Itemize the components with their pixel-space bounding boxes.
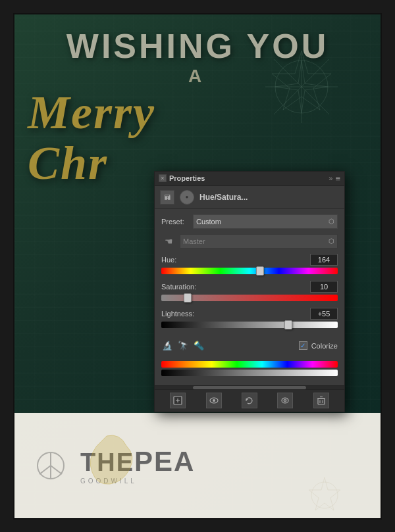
lightness-track[interactable] xyxy=(161,322,338,328)
svg-point-15 xyxy=(213,399,215,402)
merry-text: Merry xyxy=(28,85,155,140)
bottom-section: THE PEA GOODWILL xyxy=(14,413,381,518)
preset-row: Preset: Custom ⬡ xyxy=(161,214,338,229)
panel-title-left: × Properties xyxy=(159,174,205,182)
hand-tool-icon[interactable]: ☚ xyxy=(161,234,176,249)
eyedropper-add-icon[interactable]: 🔭 xyxy=(177,340,189,352)
lightness-value[interactable]: +55 xyxy=(310,308,338,320)
lightness-preview-bar xyxy=(161,370,338,376)
hue-row: Hue: 164 xyxy=(161,254,338,266)
expand-icon[interactable]: » xyxy=(329,174,332,182)
panel-right-icons: » ≡ xyxy=(329,174,340,183)
saturation-thumb[interactable] xyxy=(184,293,192,302)
panel-titlebar: × Properties » ≡ xyxy=(155,172,344,186)
hue-label: Hue: xyxy=(161,256,176,264)
a-text: A xyxy=(14,66,381,87)
lightness-section: Lightness: +55 xyxy=(161,308,338,328)
bottom-pea: PEA xyxy=(134,446,195,477)
colorize-checkbox[interactable]: ✓ xyxy=(299,341,307,350)
colorize-row: ✓ Colorize xyxy=(299,341,338,350)
saturation-row: Saturation: 10 xyxy=(161,281,338,293)
panel-content: Preset: Custom ⬡ ☚ Master ⬡ Hue: xyxy=(155,209,344,385)
preset-value: Custom xyxy=(196,218,221,226)
reset-button[interactable] xyxy=(242,393,257,408)
lightness-thumb[interactable] xyxy=(284,320,292,329)
canvas-area: WISHING YOU A Merry Chr THE PEA GOODWILL xyxy=(13,13,382,520)
saturation-track[interactable] xyxy=(161,295,338,301)
panel-toolbar xyxy=(155,389,344,412)
svg-line-10 xyxy=(51,466,62,474)
saturation-label: Saturation: xyxy=(161,283,196,291)
eyedropper-remove-icon[interactable]: 🔦 xyxy=(193,340,205,352)
svg-rect-19 xyxy=(318,399,325,404)
chr-text: Chr xyxy=(28,136,108,191)
lightness-label: Lightness: xyxy=(161,310,194,318)
saturation-section: Saturation: 10 xyxy=(161,281,338,301)
gold-blob xyxy=(87,433,133,485)
layer-type-icon: 🖬 xyxy=(160,190,174,205)
properties-panel: × Properties » ≡ 🖬 ● Hue/Satura... Prese… xyxy=(154,171,345,412)
delete-button[interactable] xyxy=(313,393,329,408)
saturation-value[interactable]: 10 xyxy=(310,281,338,293)
menu-icon[interactable]: ≡ xyxy=(335,174,340,183)
lightness-row: Lightness: +55 xyxy=(161,308,338,320)
svg-marker-11 xyxy=(309,477,340,510)
svg-line-9 xyxy=(40,466,51,474)
preset-arrow-icon: ⬡ xyxy=(329,218,334,225)
master-arrow-icon: ⬡ xyxy=(329,237,334,245)
preset-label: Preset: xyxy=(161,218,189,226)
bottom-star-outline xyxy=(305,475,344,515)
hue-track[interactable] xyxy=(161,268,338,274)
master-row: ☚ Master ⬡ xyxy=(161,234,338,249)
preset-select[interactable]: Custom ⬡ xyxy=(193,214,338,229)
visibility-button[interactable] xyxy=(277,393,293,408)
wishing-text: WISHING YOU xyxy=(14,26,381,66)
master-value: Master xyxy=(183,237,205,245)
hue-preview-bar xyxy=(161,361,338,368)
peace-icon xyxy=(34,449,67,482)
hue-section: Hue: 164 xyxy=(161,254,338,274)
eyedropper-icon[interactable]: 🔬 xyxy=(161,340,173,352)
close-button[interactable]: × xyxy=(159,174,167,182)
panel-title-label: Properties xyxy=(169,174,205,182)
svg-point-18 xyxy=(285,400,286,401)
colorize-label: Colorize xyxy=(311,342,338,350)
hue-value[interactable]: 164 xyxy=(310,254,338,266)
master-select[interactable]: Master ⬡ xyxy=(180,234,338,249)
hue-thumb[interactable] xyxy=(256,266,264,276)
eye-button[interactable] xyxy=(206,393,222,408)
eyedropper-row: 🔬 🔭 🔦 xyxy=(161,340,205,352)
layer-name: Hue/Satura... xyxy=(199,193,248,202)
add-mask-button[interactable] xyxy=(170,393,186,408)
panel-header: 🖬 ● Hue/Satura... xyxy=(155,186,344,209)
layer-visibility-icon[interactable]: ● xyxy=(180,190,194,205)
